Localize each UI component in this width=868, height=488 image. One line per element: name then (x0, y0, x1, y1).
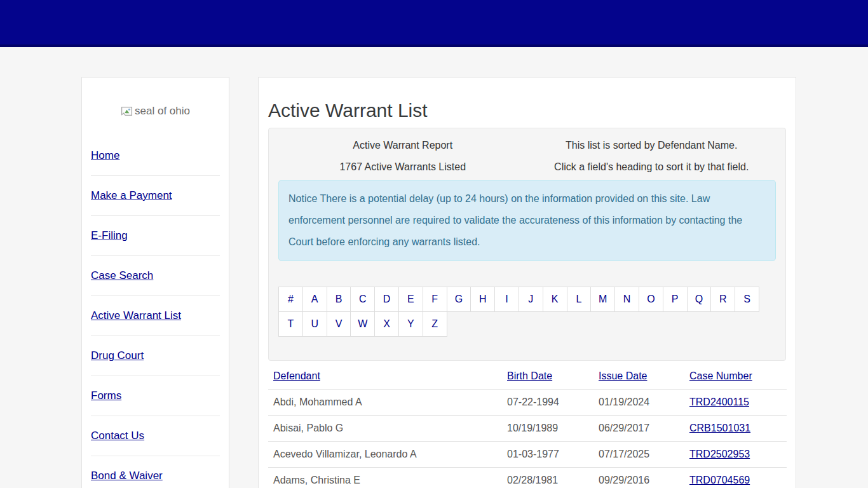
alphabet-button-d[interactable]: D (374, 287, 399, 312)
alphabet-button-p[interactable]: P (663, 287, 688, 312)
sort-line-2: Click a field's heading to sort it by th… (527, 156, 776, 178)
alphabet-button-n[interactable]: N (614, 287, 639, 312)
sidebar-item-home[interactable]: Home (91, 136, 220, 176)
sidebar-item-forms[interactable]: Forms (91, 376, 220, 416)
alphabet-button-r[interactable]: R (710, 287, 735, 312)
table-row: Adams, Christina E02/28/198109/29/2016TR… (268, 468, 787, 488)
alphabet-button-f[interactable]: F (423, 287, 447, 312)
delay-notice-alert: Notice There is a potential delay (up to… (278, 180, 776, 261)
alphabet-button-k[interactable]: K (543, 287, 567, 312)
alphabet-button-j[interactable]: J (519, 287, 543, 312)
alphabet-button-u[interactable]: U (302, 311, 327, 337)
sort-link[interactable]: Defendant (273, 370, 320, 381)
cell-birth-date: 07-22-1994 (502, 390, 593, 416)
sidebar-item-active-warrant-list[interactable]: Active Warrant List (91, 296, 220, 336)
cell-birth-date: 02/28/1981 (502, 468, 593, 488)
alphabet-button-h[interactable]: H (470, 287, 495, 312)
cell-defendant: Adams, Christina E (268, 468, 502, 488)
cell-issue-date: 09/29/2016 (593, 468, 684, 488)
seal-alt-text: seal of ohio (135, 105, 190, 118)
sidebar-item-bond-waiver[interactable]: Bond & Waiver (91, 456, 220, 488)
cell-case-number: TRD2400115 (684, 390, 787, 416)
cell-issue-date: 06/29/2017 (593, 416, 684, 442)
warrant-count: 1767 Active Warrants Listed (278, 156, 527, 178)
sidebar-nav-list: HomeMake a PaymentE-FilingCase SearchAct… (91, 136, 220, 488)
alphabet-button-z[interactable]: Z (423, 311, 447, 337)
sidebar-link[interactable]: Forms (91, 390, 121, 402)
sort-instructions: This list is sorted by Defendant Name. C… (527, 135, 776, 178)
alphabet-button-g[interactable]: G (447, 287, 471, 312)
cell-case-number: TRD2502953 (684, 442, 787, 468)
alphabet-button-c[interactable]: C (350, 287, 375, 312)
alphabet-filter: #ABCDEFGHIJKLMNOPQRSTUVWXYZ (278, 287, 776, 336)
case-number-link[interactable]: CRB1501031 (689, 423, 750, 433)
alphabet-button-q[interactable]: Q (687, 287, 712, 312)
sidebar-link[interactable]: Case Search (91, 269, 153, 281)
sidebar-item-drug-court[interactable]: Drug Court (91, 336, 220, 376)
alphabet-button-a[interactable]: A (302, 287, 327, 312)
sort-link[interactable]: Case Number (689, 370, 752, 381)
sidebar-item-case-search[interactable]: Case Search (91, 256, 220, 296)
alphabet-button-i[interactable]: I (494, 287, 519, 312)
sort-line-1: This list is sorted by Defendant Name. (527, 135, 776, 156)
report-title: Active Warrant Report (278, 135, 527, 156)
alphabet-button-w[interactable]: W (350, 311, 375, 337)
case-number-link[interactable]: TRD2502953 (689, 449, 750, 459)
sort-link[interactable]: Issue Date (599, 370, 647, 381)
cell-issue-date: 01/19/2024 (593, 390, 684, 416)
table-row: Acevedo Villamizar, Leonardo A01-03-1977… (268, 442, 787, 468)
alphabet-button-hash[interactable]: # (278, 287, 303, 312)
sidebar-link[interactable]: Make a Payment (91, 189, 172, 201)
sidebar-link[interactable]: E-Filing (91, 229, 128, 241)
sidebar: seal of ohio HomeMake a PaymentE-FilingC… (81, 77, 229, 488)
seal-of-ohio-broken-image: seal of ohio (91, 86, 220, 136)
cell-birth-date: 01-03-1977 (502, 442, 593, 468)
alphabet-button-x[interactable]: X (374, 311, 399, 337)
cell-case-number: CRB1501031 (684, 416, 787, 442)
top-header-bar (0, 0, 868, 47)
summary-columns: Active Warrant Report 1767 Active Warran… (278, 135, 776, 178)
alphabet-button-v[interactable]: V (327, 311, 351, 337)
cell-defendant: Abisai, Pablo G (268, 416, 502, 442)
sidebar-link[interactable]: Home (91, 149, 119, 161)
column-header-defendant: Defendant (268, 363, 502, 390)
sidebar-item-contact-us[interactable]: Contact Us (91, 416, 220, 456)
cell-defendant: Abdi, Mohammed A (268, 390, 502, 416)
column-header-birth-date: Birth Date (502, 363, 593, 390)
sidebar-link[interactable]: Active Warrant List (91, 309, 181, 322)
case-number-link[interactable]: TRD0704569 (689, 475, 750, 485)
sidebar-item-e-filing[interactable]: E-Filing (91, 216, 220, 256)
broken-image-icon (121, 106, 133, 116)
main-content-card: Active Warrant List Active Warrant Repor… (258, 77, 796, 488)
alphabet-button-o[interactable]: O (639, 287, 663, 312)
alphabet-button-y[interactable]: Y (398, 311, 423, 337)
table-header-row: DefendantBirth DateIssue DateCase Number (268, 363, 787, 390)
cell-case-number: TRD0704569 (684, 468, 787, 488)
summary-panel: Active Warrant Report 1767 Active Warran… (268, 128, 786, 361)
table-row: Abisai, Pablo G10/19/198906/29/2017CRB15… (268, 416, 787, 442)
page-title: Active Warrant List (268, 101, 786, 120)
warrant-table: DefendantBirth DateIssue DateCase Number… (268, 363, 787, 488)
alphabet-button-e[interactable]: E (398, 287, 423, 312)
sort-link[interactable]: Birth Date (507, 370, 552, 381)
table-row: Abdi, Mohammed A07-22-199401/19/2024TRD2… (268, 390, 787, 416)
cell-defendant: Acevedo Villamizar, Leonardo A (268, 442, 502, 468)
sidebar-item-make-a-payment[interactable]: Make a Payment (91, 176, 220, 216)
cell-birth-date: 10/19/1989 (502, 416, 593, 442)
alphabet-button-b[interactable]: B (327, 287, 351, 312)
report-summary: Active Warrant Report 1767 Active Warran… (278, 135, 527, 178)
sidebar-link[interactable]: Bond & Waiver (91, 470, 163, 482)
cell-issue-date: 07/17/2025 (593, 442, 684, 468)
case-number-link[interactable]: TRD2400115 (689, 396, 749, 407)
alphabet-button-l[interactable]: L (567, 287, 592, 312)
alphabet-button-s[interactable]: S (735, 287, 759, 312)
alphabet-button-m[interactable]: M (590, 287, 615, 312)
sidebar-link[interactable]: Drug Court (91, 349, 144, 362)
column-header-issue-date: Issue Date (593, 363, 684, 390)
sidebar-link[interactable]: Contact Us (91, 430, 144, 442)
column-header-case-number: Case Number (684, 363, 787, 390)
alphabet-button-t[interactable]: T (278, 311, 303, 337)
